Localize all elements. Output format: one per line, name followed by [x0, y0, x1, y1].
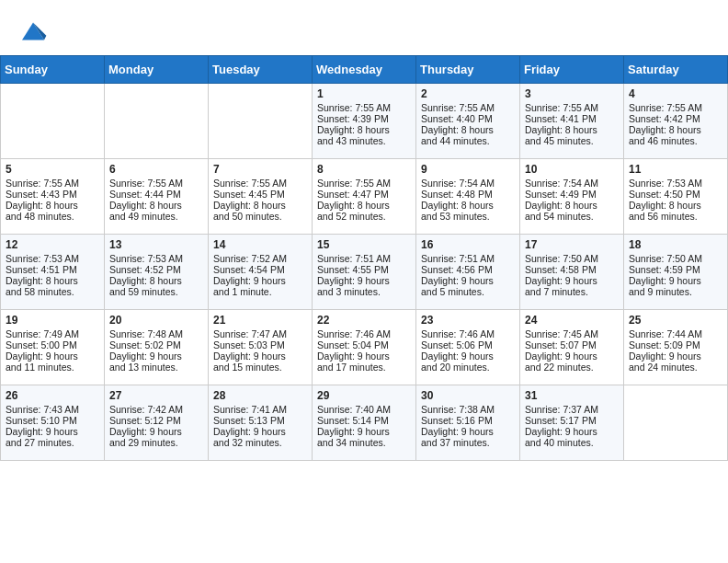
calendar-cell: 29Sunrise: 7:40 AMSunset: 5:14 PMDayligh… [313, 385, 416, 461]
calendar-cell [209, 84, 313, 159]
weekday-header-saturday: Saturday [624, 56, 728, 84]
cell-text: Daylight: 9 hours [109, 426, 203, 437]
calendar-week-5: 26Sunrise: 7:43 AMSunset: 5:10 PMDayligh… [1, 385, 728, 461]
cell-text: and 48 minutes. [6, 211, 99, 222]
day-number: 12 [6, 238, 99, 251]
cell-text: and 27 minutes. [6, 437, 99, 448]
cell-text: and 17 minutes. [317, 362, 411, 373]
day-number: 28 [213, 389, 307, 402]
cell-text: Sunrise: 7:55 AM [109, 178, 203, 189]
day-number: 5 [6, 163, 99, 176]
day-number: 15 [317, 238, 411, 251]
cell-text: Sunset: 4:50 PM [629, 189, 722, 200]
cell-text: Daylight: 8 hours [629, 124, 722, 135]
calendar-cell: 16Sunrise: 7:51 AMSunset: 4:56 PMDayligh… [416, 235, 520, 310]
calendar-cell [624, 385, 728, 461]
cell-text: and 58 minutes. [6, 286, 99, 297]
calendar-cell: 26Sunrise: 7:43 AMSunset: 5:10 PMDayligh… [1, 385, 105, 461]
cell-text: Daylight: 9 hours [213, 350, 307, 362]
day-number: 23 [421, 314, 515, 327]
calendar-cell [1, 84, 105, 159]
day-number: 16 [421, 238, 515, 251]
calendar-cell: 18Sunrise: 7:50 AMSunset: 4:59 PMDayligh… [624, 235, 728, 310]
cell-text: Sunset: 5:16 PM [421, 415, 515, 426]
cell-text: Sunrise: 7:55 AM [6, 178, 99, 189]
day-number: 21 [213, 314, 307, 327]
cell-text: Sunset: 4:49 PM [525, 189, 619, 200]
calendar-cell: 27Sunrise: 7:42 AMSunset: 5:12 PMDayligh… [105, 385, 209, 461]
cell-text: Sunrise: 7:41 AM [213, 404, 307, 415]
calendar-cell: 19Sunrise: 7:49 AMSunset: 5:00 PMDayligh… [1, 310, 105, 385]
day-number: 14 [213, 238, 307, 251]
day-number: 17 [525, 238, 619, 251]
cell-text: Sunrise: 7:55 AM [317, 178, 411, 189]
cell-text: Sunrise: 7:51 AM [317, 253, 411, 264]
cell-text: Daylight: 9 hours [317, 350, 411, 362]
cell-text: Daylight: 8 hours [629, 200, 722, 211]
cell-text: Sunset: 4:48 PM [421, 189, 515, 200]
cell-text: and 32 minutes. [213, 437, 307, 448]
calendar-cell: 31Sunrise: 7:37 AMSunset: 5:17 PMDayligh… [520, 385, 624, 461]
cell-text: Sunset: 5:13 PM [213, 415, 307, 426]
logo [18, 17, 51, 46]
cell-text: and 40 minutes. [525, 437, 619, 448]
cell-text: Sunset: 5:09 PM [629, 339, 722, 350]
cell-text: Sunrise: 7:50 AM [629, 253, 722, 264]
day-number: 20 [109, 314, 203, 327]
day-number: 6 [109, 163, 203, 176]
calendar-cell: 9Sunrise: 7:54 AMSunset: 4:48 PMDaylight… [416, 159, 520, 235]
cell-text: and 24 minutes. [629, 362, 722, 373]
cell-text: Sunrise: 7:42 AM [109, 404, 203, 415]
day-number: 11 [629, 163, 722, 176]
cell-text: Sunset: 4:39 PM [317, 113, 411, 124]
cell-text: Sunrise: 7:45 AM [525, 328, 619, 339]
cell-text: and 56 minutes. [629, 211, 722, 222]
cell-text: and 5 minutes. [421, 286, 515, 297]
calendar-header: SundayMondayTuesdayWednesdayThursdayFrid… [1, 56, 728, 84]
cell-text: Sunset: 5:14 PM [317, 415, 411, 426]
cell-text: Daylight: 9 hours [421, 350, 515, 362]
cell-text: Sunset: 4:54 PM [213, 264, 307, 275]
cell-text: Daylight: 9 hours [629, 350, 722, 362]
calendar-cell: 4Sunrise: 7:55 AMSunset: 4:42 PMDaylight… [624, 84, 728, 159]
calendar-cell: 1Sunrise: 7:55 AMSunset: 4:39 PMDaylight… [313, 84, 416, 159]
cell-text: Daylight: 8 hours [109, 275, 203, 286]
calendar-week-1: 1Sunrise: 7:55 AMSunset: 4:39 PMDaylight… [1, 84, 728, 159]
page: SundayMondayTuesdayWednesdayThursdayFrid… [0, 0, 728, 563]
cell-text: and 1 minute. [213, 286, 307, 297]
calendar-cell: 22Sunrise: 7:46 AMSunset: 5:04 PMDayligh… [313, 310, 416, 385]
cell-text: Sunset: 5:17 PM [525, 415, 619, 426]
day-number: 8 [317, 163, 411, 176]
cell-text: and 45 minutes. [525, 135, 619, 146]
weekday-header-sunday: Sunday [1, 56, 105, 84]
calendar-week-3: 12Sunrise: 7:53 AMSunset: 4:51 PMDayligh… [1, 235, 728, 310]
cell-text: and 54 minutes. [525, 211, 619, 222]
cell-text: and 3 minutes. [317, 286, 411, 297]
cell-text: Daylight: 8 hours [317, 124, 411, 135]
calendar-cell: 13Sunrise: 7:53 AMSunset: 4:52 PMDayligh… [105, 235, 209, 310]
cell-text: Daylight: 8 hours [6, 275, 99, 286]
calendar-cell: 25Sunrise: 7:44 AMSunset: 5:09 PMDayligh… [624, 310, 728, 385]
cell-text: and 59 minutes. [109, 286, 203, 297]
cell-text: Sunset: 4:52 PM [109, 264, 203, 275]
cell-text: and 11 minutes. [6, 362, 99, 373]
cell-text: Sunrise: 7:43 AM [6, 404, 99, 415]
cell-text: and 49 minutes. [109, 211, 203, 222]
day-number: 18 [629, 238, 722, 251]
header [0, 0, 728, 55]
cell-text: Sunset: 5:12 PM [109, 415, 203, 426]
cell-text: Sunset: 4:40 PM [421, 113, 515, 124]
cell-text: Sunset: 4:42 PM [629, 113, 722, 124]
day-number: 27 [109, 389, 203, 402]
day-number: 31 [525, 389, 619, 402]
cell-text: Sunset: 5:10 PM [6, 415, 99, 426]
cell-text: and 52 minutes. [317, 211, 411, 222]
cell-text: Daylight: 9 hours [109, 350, 203, 362]
cell-text: Daylight: 9 hours [525, 426, 619, 437]
calendar-cell: 30Sunrise: 7:38 AMSunset: 5:16 PMDayligh… [416, 385, 520, 461]
cell-text: Sunrise: 7:55 AM [317, 102, 411, 113]
calendar-cell: 12Sunrise: 7:53 AMSunset: 4:51 PMDayligh… [1, 235, 105, 310]
cell-text: Sunrise: 7:55 AM [213, 178, 307, 189]
calendar-cell: 24Sunrise: 7:45 AMSunset: 5:07 PMDayligh… [520, 310, 624, 385]
cell-text: and 37 minutes. [421, 437, 515, 448]
